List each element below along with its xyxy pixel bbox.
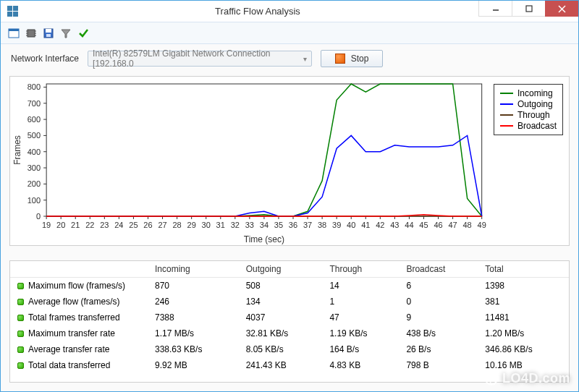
svg-text:Time (sec): Time (sec) bbox=[244, 234, 284, 244]
title-bar: Traffic Flow Analysis bbox=[1, 1, 578, 22]
svg-text:0: 0 bbox=[36, 212, 41, 221]
svg-text:700: 700 bbox=[28, 99, 41, 108]
check-icon[interactable] bbox=[77, 27, 89, 39]
column-header: Total bbox=[478, 261, 569, 278]
metric-cell: Total data transferred bbox=[10, 357, 148, 373]
bullet-icon bbox=[17, 299, 24, 305]
svg-text:30: 30 bbox=[202, 221, 211, 229]
svg-text:42: 42 bbox=[376, 221, 384, 229]
value-cell: 346.86 KB/s bbox=[478, 341, 569, 357]
column-header: Incoming bbox=[148, 261, 239, 278]
svg-marker-16 bbox=[62, 30, 70, 38]
stop-icon bbox=[335, 54, 345, 64]
legend-item: Through bbox=[500, 110, 557, 120]
svg-text:21: 21 bbox=[71, 221, 80, 229]
svg-text:25: 25 bbox=[129, 221, 138, 229]
value-cell: 241.43 KB bbox=[239, 357, 323, 373]
legend-swatch bbox=[500, 125, 513, 127]
minimize-button[interactable] bbox=[478, 1, 512, 17]
svg-text:37: 37 bbox=[303, 221, 312, 229]
value-cell: 0 bbox=[399, 294, 478, 310]
value-cell: 9.92 MB bbox=[148, 357, 239, 373]
value-cell: 338.63 KB/s bbox=[148, 341, 239, 357]
app-icon bbox=[7, 6, 18, 17]
value-cell: 7388 bbox=[148, 310, 239, 325]
filter-icon[interactable] bbox=[60, 27, 72, 39]
svg-rect-15 bbox=[46, 34, 51, 37]
value-cell: 1.17 MB/s bbox=[148, 325, 239, 341]
legend-item: Broadcast bbox=[500, 121, 557, 131]
svg-text:200: 200 bbox=[28, 179, 41, 188]
app-window: Traffic Flow Analysis bbox=[0, 0, 579, 392]
metric-cell: Total frames transferred bbox=[10, 310, 148, 325]
metric-cell: Maximum flow (frames/s) bbox=[10, 278, 148, 294]
value-cell: 1 bbox=[322, 294, 399, 310]
table-row: Average transfer rate338.63 KB/s8.05 KB/… bbox=[10, 341, 569, 357]
svg-text:39: 39 bbox=[332, 221, 341, 229]
value-cell: 9 bbox=[399, 310, 478, 325]
bullet-icon bbox=[17, 315, 24, 321]
value-cell: 1.20 MB/s bbox=[478, 325, 569, 341]
svg-text:29: 29 bbox=[187, 221, 196, 229]
legend-swatch bbox=[500, 103, 513, 105]
svg-text:500: 500 bbox=[28, 131, 41, 140]
stats-header-row: IncomingOutgoingThroughBroadcastTotal bbox=[10, 261, 569, 278]
svg-rect-6 bbox=[28, 30, 35, 37]
value-cell: 4037 bbox=[239, 310, 323, 325]
legend-label: Outgoing bbox=[517, 99, 553, 109]
svg-text:31: 31 bbox=[216, 221, 225, 229]
svg-rect-17 bbox=[46, 84, 482, 216]
svg-text:28: 28 bbox=[172, 221, 181, 229]
svg-text:41: 41 bbox=[361, 221, 370, 229]
bullet-icon bbox=[17, 331, 24, 337]
svg-text:33: 33 bbox=[245, 221, 254, 229]
metric-label: Total data transferred bbox=[28, 360, 110, 370]
close-button[interactable] bbox=[545, 1, 578, 17]
value-cell: 438 B/s bbox=[399, 325, 478, 341]
interface-selected-value: Intel(R) 82579LM Gigabit Network Connect… bbox=[93, 48, 303, 69]
value-cell: 4.83 KB bbox=[322, 357, 399, 373]
toolbar bbox=[1, 22, 578, 44]
svg-text:26: 26 bbox=[143, 221, 152, 229]
interface-select[interactable]: Intel(R) 82579LM Gigabit Network Connect… bbox=[88, 51, 312, 67]
table-row: Maximum transfer rate1.17 MB/s32.81 KB/s… bbox=[10, 325, 569, 341]
svg-text:45: 45 bbox=[419, 221, 428, 229]
svg-text:46: 46 bbox=[434, 221, 442, 229]
legend-label: Through bbox=[517, 110, 550, 120]
metric-cell: Average flow (frames/s) bbox=[10, 294, 148, 310]
value-cell: 26 B/s bbox=[399, 341, 478, 357]
stop-button[interactable]: Stop bbox=[321, 50, 383, 67]
svg-text:23: 23 bbox=[100, 221, 109, 229]
metric-label: Maximum flow (frames/s) bbox=[28, 281, 125, 291]
interface-label: Network Interface bbox=[11, 54, 79, 64]
svg-text:38: 38 bbox=[318, 221, 326, 229]
value-cell: 508 bbox=[239, 278, 323, 294]
value-cell: 11481 bbox=[478, 310, 569, 325]
value-cell: 1.19 KB/s bbox=[322, 325, 399, 341]
svg-text:49: 49 bbox=[478, 221, 486, 229]
metric-label: Average flow (frames/s) bbox=[28, 297, 120, 307]
panel-icon[interactable] bbox=[8, 27, 20, 39]
chevron-down-icon: ▾ bbox=[303, 55, 307, 63]
value-cell: 10.16 MB bbox=[478, 357, 569, 373]
maximize-button[interactable] bbox=[512, 1, 545, 17]
svg-rect-5 bbox=[9, 29, 19, 31]
value-cell: 134 bbox=[239, 294, 323, 310]
value-cell: 1398 bbox=[478, 278, 569, 294]
svg-text:47: 47 bbox=[448, 221, 457, 229]
table-row: Maximum flow (frames/s)8705081461398 bbox=[10, 278, 569, 294]
value-cell: 8.05 KB/s bbox=[239, 341, 323, 357]
bullet-icon bbox=[17, 283, 24, 289]
metric-cell: Average transfer rate bbox=[10, 341, 148, 357]
stats-table: IncomingOutgoingThroughBroadcastTotal Ma… bbox=[10, 261, 569, 373]
maximize-icon bbox=[525, 5, 533, 12]
value-cell: 32.81 KB/s bbox=[239, 325, 323, 341]
traffic-chart: 0100200300400500600700800192021222324252… bbox=[10, 77, 569, 245]
minimize-icon bbox=[492, 5, 499, 12]
save-icon[interactable] bbox=[43, 27, 54, 39]
svg-text:40: 40 bbox=[347, 221, 355, 229]
window-controls bbox=[478, 1, 578, 17]
svg-text:400: 400 bbox=[28, 148, 41, 156]
chip-icon[interactable] bbox=[25, 27, 37, 39]
svg-text:36: 36 bbox=[289, 221, 297, 229]
